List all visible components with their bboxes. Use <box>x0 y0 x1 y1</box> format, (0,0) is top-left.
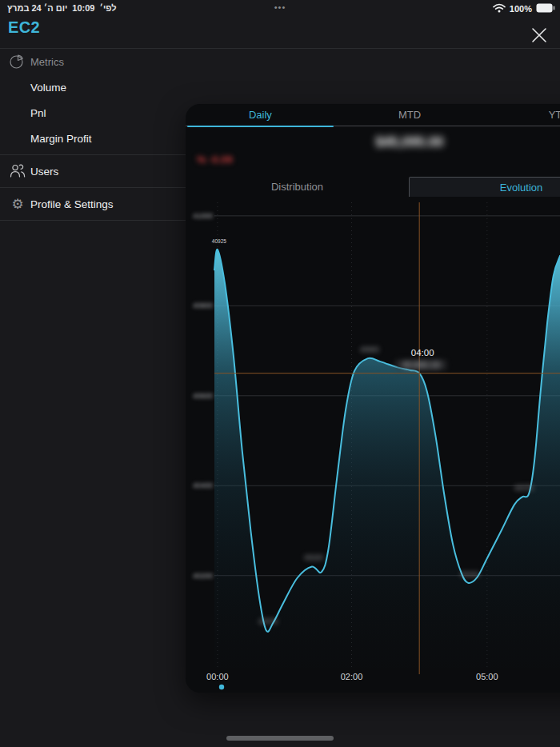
sidebar-section-label: Metrics <box>30 56 64 68</box>
sidebar-item-volume[interactable]: Volume <box>0 74 186 100</box>
point-label-redacted: 40184 <box>460 570 479 578</box>
subtab-distribution[interactable]: Distribution <box>186 177 409 197</box>
y-tick-label-redacted: 40600 <box>193 392 213 400</box>
point-label: 40925 <box>212 238 226 244</box>
tooltip-time-label: 04:00 <box>411 348 434 358</box>
subtab-evolution[interactable]: Evolution <box>409 177 560 197</box>
battery-icon <box>536 3 555 14</box>
tab-daily[interactable]: Daily <box>186 104 335 126</box>
sidebar-divider <box>0 220 186 221</box>
sidebar: Metrics Volume Pnl Margin Profit Users ⚙… <box>0 49 186 224</box>
sidebar-item-profile-settings[interactable]: ⚙ Profile & Settings <box>0 191 186 217</box>
y-tick-label-redacted: 40400 <box>193 481 213 489</box>
tab-mtd[interactable]: MTD <box>335 104 485 126</box>
sidebar-item-label: Users <box>30 166 58 178</box>
x-tick-label: 00:00 <box>206 672 229 681</box>
sidebar-item-label: Profile & Settings <box>30 198 114 210</box>
sidebar-item-margin-profit[interactable]: Margin Profit <box>0 126 186 151</box>
x-tick-label: 05:00 <box>476 672 498 681</box>
status-bar: יום ה׳ 24 במרץ 10:09 לפי׳ ••• 100% <box>0 0 560 18</box>
point-label-redacted: 40683 <box>360 346 379 354</box>
metrics-card: Daily MTD YTD $45,095.00 % -0.09 Distrib… <box>186 104 560 693</box>
pie-chart-icon <box>9 53 26 70</box>
y-tick-label-redacted: 41000 <box>193 212 213 220</box>
sidebar-item-users[interactable]: Users <box>0 158 186 184</box>
tooltip-value-redacted: 40,650.19 <box>402 360 440 370</box>
users-icon <box>9 162 26 180</box>
close-icon <box>529 25 550 48</box>
home-indicator[interactable] <box>226 736 334 741</box>
evolution-chart[interactable]: 410004080040600404004020004:0040,650.194… <box>186 197 560 693</box>
point-label-redacted: 40375 <box>514 484 534 492</box>
change-value-redacted: % -0.09 <box>197 154 233 166</box>
close-button[interactable] <box>527 24 551 48</box>
area-fill <box>214 250 560 668</box>
x-tick-label: 02:00 <box>341 672 363 681</box>
pagination-dot[interactable] <box>219 685 224 689</box>
battery-percent: 100% <box>510 4 532 14</box>
page-title: EC2 <box>8 18 40 37</box>
y-tick-label-redacted: 40200 <box>193 572 213 580</box>
gear-icon: ⚙ <box>9 195 26 213</box>
sidebar-divider <box>0 187 186 188</box>
point-label-redacted: 40220 <box>304 553 323 561</box>
view-subtabs: Distribution Evolution <box>186 177 560 197</box>
sidebar-divider <box>0 154 186 155</box>
sidebar-section-metrics: Metrics <box>0 49 186 74</box>
sidebar-item-pnl[interactable]: Pnl <box>0 100 186 126</box>
main-value-redacted: $45,095.00 <box>186 134 560 150</box>
y-tick-label-redacted: 40800 <box>193 302 213 310</box>
wifi-icon <box>493 3 506 14</box>
period-tabs: Daily MTD YTD <box>186 104 560 126</box>
tab-ytd[interactable]: YTD <box>484 104 560 126</box>
status-center-dots: ••• <box>0 2 560 12</box>
point-label-redacted: 40078 <box>258 617 278 625</box>
